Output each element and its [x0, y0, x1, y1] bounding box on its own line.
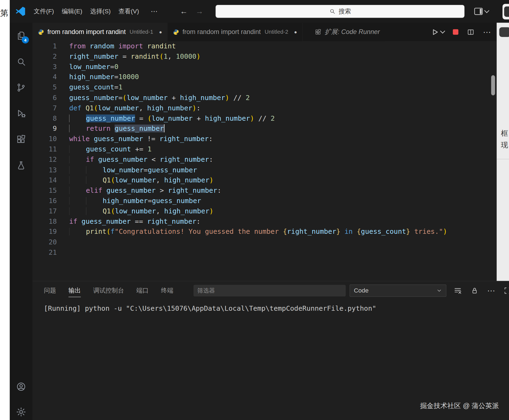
code-token: right_number: [160, 155, 209, 163]
output-channel-dropdown[interactable]: Code: [350, 284, 446, 297]
account-button[interactable]: [15, 380, 28, 393]
code-token: guess_number: [94, 135, 147, 143]
code-line[interactable]: 19 print(f"Congratulations! You guessed …: [32, 227, 496, 237]
code-token: (: [106, 228, 110, 236]
more-actions-button[interactable]: ⋯: [483, 27, 491, 36]
lock-scroll-button[interactable]: [470, 287, 479, 295]
line-number[interactable]: 13: [32, 165, 57, 175]
output-filter-input[interactable]: [193, 285, 346, 297]
code-line[interactable]: 8 guess_number = (low_number + high_numb…: [32, 113, 496, 124]
code-line[interactable]: 14 Q1(low_number, high_number): [32, 175, 496, 186]
stop-button[interactable]: [453, 29, 458, 35]
line-number[interactable]: 7: [32, 103, 57, 113]
line-number[interactable]: 14: [32, 175, 57, 186]
activitybar-explorer[interactable]: 4: [15, 29, 28, 42]
tab-detail: Untitled-2: [265, 29, 288, 35]
tab-extension-code-runner[interactable]: 扩展: Code Runner: [310, 23, 385, 41]
code-token: [86, 197, 103, 205]
modified-dot-icon[interactable]: ●: [294, 29, 297, 35]
code-token: :: [217, 186, 221, 194]
editor-tab-bar: from random import randint Untitled-1 ● …: [32, 23, 509, 41]
line-number[interactable]: 10: [32, 134, 57, 144]
forward-button[interactable]: →: [196, 7, 203, 15]
line-number[interactable]: 2: [32, 51, 57, 62]
line-number[interactable]: 8: [32, 113, 57, 124]
code-token: print: [86, 228, 106, 236]
code-line[interactable]: 1from random import randint: [32, 41, 496, 52]
line-number[interactable]: 21: [32, 247, 57, 258]
line-number[interactable]: 5: [32, 82, 57, 93]
command-center-search[interactable]: 搜索: [216, 5, 465, 18]
line-content: return guess_number: [69, 124, 165, 134]
activitybar-run-debug[interactable]: [15, 107, 28, 120]
code-line[interactable]: 18if guess_number == right_number:: [32, 217, 496, 227]
menu-more-button[interactable]: ⋯: [147, 6, 161, 17]
code-line[interactable]: 9 return guess_number: [32, 124, 496, 134]
code-token: high_number: [103, 197, 148, 205]
code-token: low_number: [69, 63, 110, 71]
code-line[interactable]: 11 guess_count += 1: [32, 144, 496, 155]
menu-view[interactable]: 查看(V): [115, 5, 143, 18]
panel-tab-debug-console[interactable]: 调试控制台: [93, 281, 124, 300]
line-number[interactable]: 6: [32, 93, 57, 103]
activitybar-search[interactable]: [15, 55, 28, 68]
code-editor[interactable]: 1from random import randint2right_number…: [32, 41, 496, 281]
activitybar-source-control[interactable]: [15, 81, 28, 94]
code-token: 1: [118, 83, 122, 91]
code-line[interactable]: 13 low_number=guess_number: [32, 165, 496, 175]
line-number[interactable]: 19: [32, 227, 57, 237]
code-token: 10000: [176, 52, 196, 60]
activitybar-extensions[interactable]: [15, 133, 28, 146]
line-number[interactable]: 18: [32, 217, 57, 227]
code-line[interactable]: 10while guess_number != right_number:: [32, 134, 496, 144]
line-number[interactable]: 4: [32, 72, 57, 82]
code-line[interactable]: 2right_number = randint(1, 10000): [32, 51, 496, 62]
panel-tab-output[interactable]: 输出: [69, 281, 81, 300]
settings-button[interactable]: [15, 406, 28, 419]
line-number[interactable]: 1: [32, 41, 57, 52]
code-token: from: [69, 42, 90, 50]
split-editor-button[interactable]: [467, 28, 475, 36]
line-number[interactable]: 15: [32, 186, 57, 196]
menu-file[interactable]: 文件(F): [30, 5, 58, 18]
code-line[interactable]: 4high_number=10000: [32, 72, 496, 82]
code-line[interactable]: 12 if guess_number < right_number:: [32, 155, 496, 165]
panel-tab-problems[interactable]: 问题: [44, 281, 56, 300]
line-number[interactable]: 17: [32, 206, 57, 217]
panel-more-button[interactable]: ⋯: [487, 286, 495, 295]
code-line[interactable]: 16 high_number=guess_number: [32, 196, 496, 206]
tab-untitled-1[interactable]: from random import randint Untitled-1 ●: [32, 23, 167, 41]
clear-output-button[interactable]: [454, 287, 462, 295]
menu-bar: 文件(F) 编辑(E) 选择(S) 查看(V): [30, 5, 143, 18]
code-line[interactable]: 7def Q1(low_number, high_number):: [32, 103, 496, 113]
code-line[interactable]: 21: [32, 247, 496, 258]
maximize-panel-button[interactable]: [504, 287, 509, 295]
layout-controls-button[interactable]: [474, 8, 489, 15]
modified-dot-icon[interactable]: ●: [159, 29, 162, 35]
code-line[interactable]: 20: [32, 237, 496, 247]
line-content: guess_number=(low_number + high_number) …: [69, 93, 250, 103]
code-line[interactable]: 15 elif guess_number > right_number:: [32, 186, 496, 196]
code-line[interactable]: 17 Q1(low_number, high_number): [32, 206, 496, 217]
code-line[interactable]: 5guess_count=1: [32, 82, 496, 93]
code-token: guess_count: [69, 83, 114, 91]
line-number[interactable]: 12: [32, 155, 57, 165]
line-number[interactable]: 16: [32, 196, 57, 206]
line-number[interactable]: 20: [32, 237, 57, 247]
panel-tab-terminal[interactable]: 终端: [161, 281, 173, 300]
activitybar-testing[interactable]: [15, 159, 28, 172]
line-content: guess_number = (low_number + high_number…: [69, 113, 275, 124]
run-code-button[interactable]: [431, 28, 445, 36]
menu-selection[interactable]: 选择(S): [86, 5, 115, 18]
tab-untitled-2[interactable]: from random import randint Untitled-2 ●: [168, 23, 303, 41]
line-number[interactable]: 3: [32, 62, 57, 72]
panel-tab-ports[interactable]: 端口: [136, 281, 149, 300]
back-button[interactable]: ←: [180, 7, 188, 15]
code-line[interactable]: 6guess_number=(low_number + high_number)…: [32, 93, 496, 103]
code-token: 0: [114, 63, 118, 71]
editor-scrollbar[interactable]: [491, 75, 495, 95]
code-line[interactable]: 3low_number=0: [32, 62, 496, 72]
line-number[interactable]: 11: [32, 144, 57, 155]
line-number[interactable]: 9: [32, 124, 57, 134]
menu-edit[interactable]: 编辑(E): [58, 5, 86, 18]
